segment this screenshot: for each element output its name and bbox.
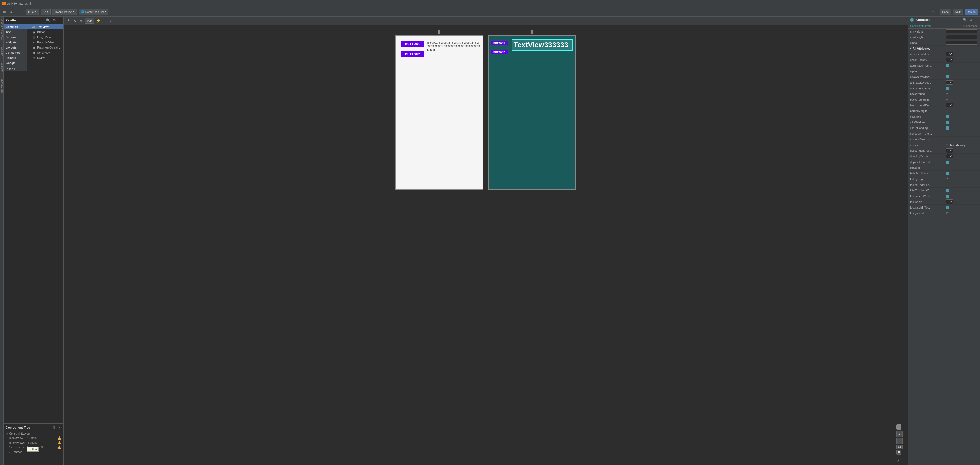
category-buttons[interactable]: Buttons — [4, 35, 27, 40]
attr-focusableintou-icon[interactable] — [946, 206, 949, 209]
design-toggle-btn[interactable]: ◈ — [9, 9, 14, 15]
dp-input[interactable]: 32 ▾ — [41, 9, 51, 15]
attr-maxheight-input[interactable] — [946, 35, 977, 39]
fit-screen-btn[interactable]: ⬜ — [896, 449, 902, 455]
attr-backgroundtin-select[interactable] — [946, 103, 953, 107]
palette-item-recyclerview-label: RecyclerView — [37, 41, 54, 44]
attr-clipchildren-name: clipChildren — [910, 121, 946, 124]
favorites-tab[interactable]: Favorites — [0, 60, 3, 76]
hand-tool-icon[interactable] — [896, 424, 902, 430]
attr-duplicateparent-row: duplicateParent... — [908, 159, 980, 165]
tree-item-constraintlayout[interactable]: ⬡ ConstraintLayout — [4, 432, 63, 436]
cursor-btn[interactable]: ↖ — [72, 17, 78, 24]
locale-dropdown[interactable]: 🌐 Default (en-us) ▾ — [78, 9, 109, 15]
category-widgets[interactable]: Widgets — [4, 40, 27, 45]
attr-fadescrollbars-value — [946, 172, 978, 175]
design-btn[interactable]: Design — [964, 9, 978, 15]
category-text[interactable]: Text — [4, 29, 27, 35]
pan-btn[interactable]: ✥ — [78, 17, 84, 24]
attr-minheight-input[interactable] — [946, 29, 977, 33]
category-common[interactable]: Common — [4, 24, 27, 29]
attr-fadingedge-row: fadingEdge ⚑ — [908, 176, 980, 182]
attr-descendantfoc-select[interactable] — [946, 148, 953, 153]
palette-item-recyclerview[interactable]: ≡ RecyclerView — [27, 40, 63, 45]
textview8-icon: Ab — [9, 446, 12, 449]
palette-item-scrollview[interactable]: ▣ ScrollView — [27, 50, 63, 55]
attr-clipchildren-icon[interactable] — [946, 121, 949, 124]
app-dropdown[interactable]: MyApplication ▾ — [52, 9, 77, 15]
split-btn[interactable]: Split — [953, 9, 963, 15]
attr-background-pencil-icon[interactable]: ✏ — [946, 92, 948, 95]
resize-handle[interactable]: ↗ — [897, 458, 900, 462]
category-helpers[interactable]: Helpers — [4, 55, 27, 60]
palette-search-btn[interactable]: 🔍 — [45, 18, 51, 22]
tree-item-textview6[interactable]: ▣ textView6 "Button1" — [4, 440, 63, 445]
preview-btn2-light[interactable]: BUTTON2 — [401, 51, 425, 57]
zoom-ratio-label[interactable]: 1:1 — [896, 444, 902, 449]
palette-item-button[interactable]: ▣ Button — [27, 29, 63, 35]
zoom-in-btn[interactable]: + — [896, 431, 902, 437]
palette-content: Common Text Buttons Widgets Layouts Cont… — [4, 24, 63, 424]
tree-item-textview7[interactable]: ▣ textView7 "Button2" — [4, 436, 63, 440]
code-btn[interactable]: Code — [940, 9, 951, 15]
transform-btn[interactable]: ⚡ — [95, 17, 102, 24]
category-layouts[interactable]: Layouts — [4, 45, 27, 50]
attr-fitssystemwind-icon[interactable] — [946, 195, 949, 198]
dp-value: 32 — [43, 10, 46, 13]
attributes-collapse-btn[interactable]: − — [974, 17, 978, 22]
attr-fadingedge-flag-icon[interactable]: ⚑ — [946, 178, 948, 180]
attr-alwaysdrawnw-icon[interactable] — [946, 75, 949, 78]
attr-descendantfoc-name: descendantFoc... — [910, 149, 946, 152]
eye-btn[interactable]: 👁 — [65, 17, 71, 24]
category-google[interactable]: Google — [4, 60, 27, 65]
attr-fadescrollbars-icon[interactable] — [946, 172, 949, 175]
attr-foreground-img-icon[interactable]: 🖼 — [946, 212, 949, 214]
attr-animatelayout-select[interactable] — [946, 80, 953, 85]
palette-settings-btn[interactable]: ⚙ — [52, 18, 57, 22]
component-tree-panel: Component Tree ⚙ − ⬡ ConstraintLayout ▣ … — [4, 424, 63, 465]
attr-accessibilityliv-value — [946, 52, 978, 56]
structure-tab[interactable]: Structure — [0, 44, 3, 60]
attr-actionbarnav-select[interactable] — [946, 57, 953, 62]
zoom-input[interactable]: 0dp — [85, 17, 94, 24]
barrier3-expand-icon: ▷ — [9, 450, 11, 453]
palette-item-fragmentcontain[interactable]: ▣ FragmentContain... — [27, 45, 63, 50]
blueprint-toggle-btn[interactable]: ⊞ — [2, 9, 7, 15]
guide-btn[interactable]: ↕ — [109, 17, 113, 24]
category-legacy[interactable]: Legacy — [4, 65, 27, 71]
preview-btn1-light[interactable]: BUTTON1 — [401, 41, 425, 47]
attr-backgroundtint-pencil-icon[interactable]: ✏ — [946, 98, 948, 101]
attr-context-pencil-icon[interactable]: ✏ — [946, 143, 948, 146]
attr-animationcache-icon[interactable] — [946, 87, 949, 90]
component-tree-collapse-btn[interactable]: − — [57, 425, 61, 430]
component-tree-settings-btn[interactable]: ⚙ — [52, 425, 57, 430]
palette-item-textview[interactable]: Ab TextView — [27, 24, 63, 29]
attr-focusable-select[interactable] — [946, 200, 953, 204]
align-btn[interactable]: ⊞ — [103, 17, 108, 24]
attr-focusable-name: focusable — [910, 200, 946, 203]
palette-collapse-btn[interactable]: − — [57, 18, 61, 22]
palette-item-switch[interactable]: ⊡ Switch — [27, 55, 63, 60]
zoom-out-btn[interactable]: − — [896, 438, 902, 444]
build-variants-tab[interactable]: Build Variants — [0, 76, 3, 97]
pixel-dropdown[interactable]: Pixel ▾ — [26, 9, 39, 15]
attr-cliptopadding-icon[interactable] — [946, 127, 949, 130]
textview6-label: textView6 — [13, 441, 25, 444]
resource-manager-tab[interactable]: Resource Manager — [0, 16, 3, 44]
canvas-area[interactable]: BUTTON1 BUTTON2 TextView3333333333333333… — [64, 25, 908, 465]
preview-btn2-dark[interactable]: BUTTON2 — [491, 50, 508, 54]
attr-addstatesfrom-icon[interactable] — [946, 64, 949, 67]
attr-accessibilityliv-select[interactable] — [946, 52, 953, 56]
attr-drawingcache-select[interactable] — [946, 154, 953, 159]
attr-duplicateparent-icon[interactable] — [946, 160, 949, 163]
attr-minheight-value — [946, 29, 978, 33]
preview-btn1-dark[interactable]: BUTTON1 — [491, 41, 508, 45]
attributes-search-btn[interactable]: 🔍 — [962, 17, 967, 22]
attr-filtertouchesw-icon[interactable] — [946, 189, 949, 192]
category-containers[interactable]: Containers — [4, 50, 27, 55]
attr-clickable-icon[interactable] — [946, 115, 949, 118]
palette-item-imageview[interactable]: ⬛ ImageView — [27, 35, 63, 40]
blueprint-wire-btn[interactable]: ⬡ — [15, 9, 21, 15]
attributes-settings-btn[interactable]: ⚙ — [969, 17, 973, 22]
attr-alpha-top-input[interactable] — [946, 41, 977, 44]
